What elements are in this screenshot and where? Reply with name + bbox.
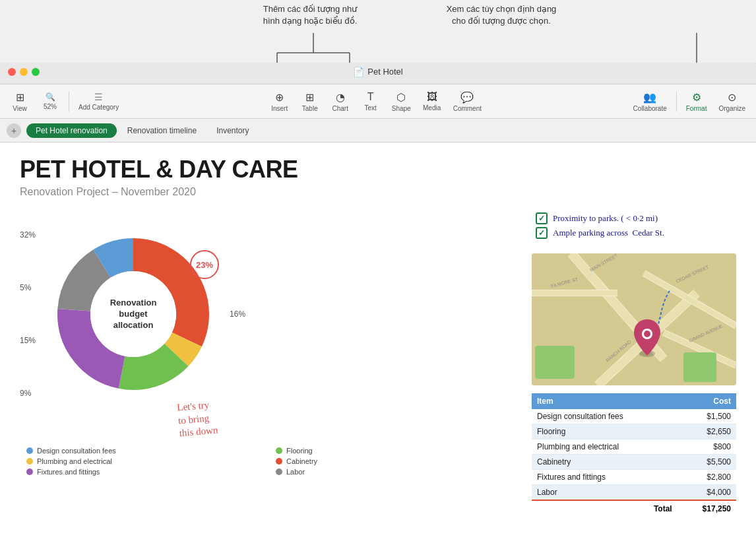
legend-item-design: Design consultation fees: [26, 447, 263, 455]
tab-renovation-timeline[interactable]: Renovation timeline: [118, 123, 206, 139]
row-3-cost: $5,500: [677, 455, 736, 470]
legend-dot-labor: [276, 469, 282, 475]
add-tab-button[interactable]: +: [7, 123, 21, 138]
legend-label-cabinetry: Cabinetry: [286, 457, 317, 465]
chart-label-16: 16%: [230, 309, 245, 319]
data-table: Item Cost Design consultation fees $1,50…: [532, 393, 736, 517]
format-button[interactable]: ⚙ Format: [681, 88, 712, 115]
table-row: Design consultation fees $1,500: [532, 409, 736, 424]
checkbox-1[interactable]: ✓: [536, 212, 548, 224]
annotation-right-text: Xem các tùy chọn định dạngcho đối tượng …: [422, 3, 581, 27]
add-category-button[interactable]: ☰ Add Category: [73, 89, 124, 113]
chart-label: Chart: [332, 105, 348, 112]
minimize-button[interactable]: [20, 68, 28, 76]
chart-container: 32% 5% 15% 9%: [20, 209, 519, 420]
close-button[interactable]: [8, 68, 16, 76]
table-row: Labor $4,000: [532, 485, 736, 501]
chart-label-9: 9%: [20, 389, 36, 398]
row-2-item: Plumbing and electrical: [532, 439, 677, 455]
add-category-icon: ☰: [94, 92, 103, 102]
view-button[interactable]: ⊞ View: [5, 88, 34, 115]
table-total-row: Total $17,250: [532, 500, 736, 517]
right-side: ✓ Proximity to parks. ( < 0·2 mi) ✓ Ampl…: [532, 209, 736, 517]
zoom-label: 52%: [44, 103, 57, 110]
annotation-overlay: Thêm các đối tượng nhưhình dạng hoặc biể…: [0, 0, 756, 63]
row-2-cost: $800: [677, 439, 736, 455]
toolbar-sep-2: [676, 92, 677, 112]
total-value: $17,250: [677, 500, 736, 517]
chart-label-32: 32%: [20, 230, 36, 240]
legend-dot-cabinetry: [276, 458, 282, 465]
table-label: Table: [302, 105, 318, 112]
chart-label-15: 15%: [20, 336, 36, 345]
chart-legend: Design consultation fees Flooring Plumbi…: [20, 447, 519, 476]
svg-point-32: [644, 331, 650, 337]
collaborate-button[interactable]: 👥 Collaborate: [628, 88, 672, 115]
checklist: ✓ Proximity to parks. ( < 0·2 mi) ✓ Ampl…: [532, 209, 736, 245]
row-4-item: Fixtures and fittings: [532, 470, 677, 485]
tab-1-label: Renovation timeline: [127, 126, 197, 135]
main-window: 📄 Pet Hotel ⊞ View 🔍 52% ☰ Add Category …: [0, 59, 756, 551]
legend-item-fixtures: Fixtures and fittings: [26, 468, 263, 476]
legend-item-cabinetry: Cabinetry: [276, 457, 512, 465]
collaborate-icon: 👥: [643, 91, 656, 104]
tab-inventory[interactable]: Inventory: [207, 123, 258, 139]
traffic-lights: [8, 68, 40, 76]
annotation-bracket-svg: [277, 33, 363, 66]
comment-label: Comment: [453, 105, 482, 112]
chart-button[interactable]: ◔ Chart: [326, 88, 355, 115]
donut-chart: Renovation budgetallocation: [41, 222, 226, 406]
legend-label-flooring: Flooring: [286, 447, 313, 455]
chart-icon: ◔: [336, 91, 345, 104]
comment-button[interactable]: 💬 Comment: [448, 88, 487, 115]
tab-2-label: Inventory: [216, 126, 249, 135]
check-item-1: ✓ Proximity to parks. ( < 0·2 mi): [536, 212, 732, 224]
organize-button[interactable]: ⊙ Organize: [713, 88, 751, 115]
zoom-button[interactable]: 🔍 52%: [36, 90, 65, 113]
col-header-item: Item: [532, 393, 677, 409]
document-subtitle: Renovation Project – November 2020: [20, 186, 736, 198]
legend-label-labor: Labor: [286, 468, 305, 476]
table-button[interactable]: ⊞ Table: [296, 88, 325, 115]
tab-0-label: Pet Hotel renovation: [36, 126, 108, 135]
organize-label: Organize: [718, 105, 745, 112]
annotation-left-text: Thêm các đối tượng nhưhình dạng hoặc biể…: [251, 3, 369, 27]
legend-label-design: Design consultation fees: [37, 447, 116, 455]
toolbar-sep-1: [69, 92, 69, 112]
view-label: View: [13, 105, 27, 112]
col-header-cost: Cost: [677, 393, 736, 409]
legend-item-labor: Labor: [276, 468, 512, 476]
content-area: PET HOTEL & DAY CARE Renovation Project …: [0, 143, 756, 551]
table-row: Plumbing and electrical $800: [532, 439, 736, 455]
document-main: 32% 5% 15% 9%: [20, 209, 736, 517]
document-area: PET HOTEL & DAY CARE Renovation Project …: [0, 143, 756, 551]
toolbar-insert-group: ⊕ Insert ⊞ Table ◔ Chart T Text ⬡ Shape …: [265, 88, 487, 115]
toolbar-left-group: ⊞ View 🔍 52%: [5, 88, 65, 115]
table-row: Flooring $2,650: [532, 424, 736, 439]
maximize-button[interactable]: [32, 68, 40, 76]
tab-pet-hotel-renovation[interactable]: Pet Hotel renovation: [26, 123, 117, 138]
text-button[interactable]: T Text: [356, 88, 385, 114]
media-button[interactable]: 🖼 Media: [418, 88, 447, 114]
insert-button[interactable]: ⊕ Insert: [265, 88, 294, 115]
checkbox-2[interactable]: ✓: [536, 227, 548, 239]
legend-label-fixtures: Fixtures and fittings: [37, 468, 100, 476]
media-icon: 🖼: [427, 91, 437, 103]
check-text-2: Ample parking across Cedar St.: [553, 228, 664, 238]
shape-icon: ⬡: [396, 91, 406, 104]
legend-dot-plumbing: [26, 458, 33, 465]
shape-label: Shape: [392, 105, 411, 112]
chart-labels-left: 32% 5% 15% 9%: [20, 209, 36, 420]
legend-dot-fixtures: [26, 469, 33, 475]
svg-rect-24: [683, 352, 716, 382]
app-icon: 📄: [353, 67, 364, 77]
legend-dot-design: [26, 447, 33, 454]
row-3-item: Cabinetry: [532, 455, 677, 470]
handwritten-text: Let's tryto bringthis down: [177, 399, 219, 440]
shape-button[interactable]: ⬡ Shape: [387, 88, 416, 115]
format-icon: ⚙: [692, 91, 701, 104]
row-1-cost: $2,650: [677, 424, 736, 439]
checkmark-2: ✓: [538, 228, 545, 238]
add-category-label: Add Category: [79, 104, 119, 111]
annotation-line-right-svg: [696, 33, 697, 63]
